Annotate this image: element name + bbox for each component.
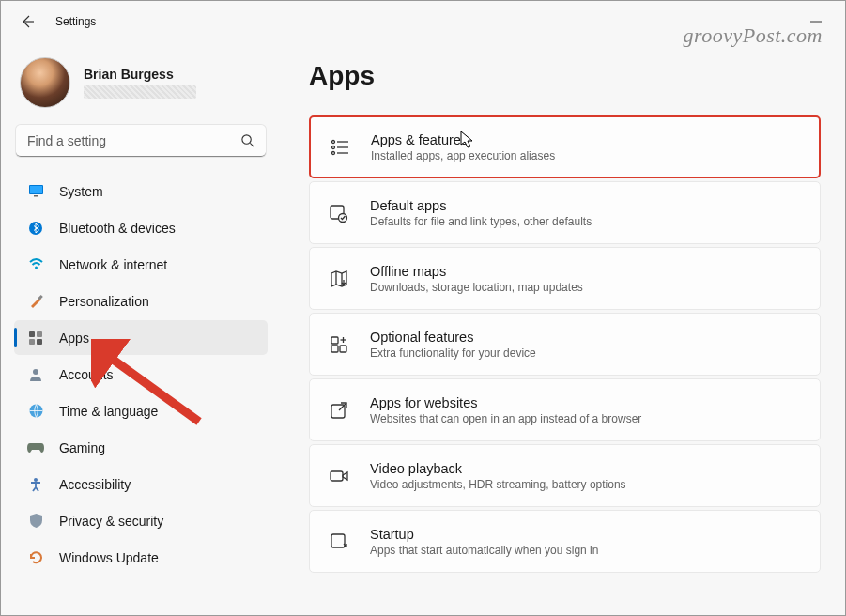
- svg-rect-4: [30, 186, 42, 193]
- sidebar-item-label: Apps: [59, 331, 89, 346]
- svg-rect-5: [34, 195, 38, 197]
- avatar: [20, 57, 70, 108]
- bluetooth-icon: [27, 220, 44, 237]
- svg-rect-12: [37, 339, 42, 345]
- sidebar-item-label: Bluetooth & devices: [59, 221, 176, 236]
- svg-rect-27: [331, 337, 338, 344]
- card-subtitle: Downloads, storage location, map updates: [370, 281, 583, 294]
- sidebar-item-label: Network & internet: [59, 257, 167, 272]
- card-subtitle: Defaults for file and link types, other …: [370, 215, 592, 228]
- profile[interactable]: Brian Burgess: [14, 42, 268, 125]
- sidebar-item-system[interactable]: System: [14, 174, 268, 208]
- card-title: Video playback: [370, 461, 626, 476]
- sidebar-item-bluetooth[interactable]: Bluetooth & devices: [14, 210, 268, 245]
- svg-point-19: [332, 146, 335, 148]
- svg-point-17: [332, 140, 335, 143]
- svg-point-21: [332, 151, 335, 154]
- sidebar-item-update[interactable]: Windows Update: [14, 540, 268, 575]
- svg-point-1: [242, 135, 251, 144]
- update-icon: [27, 549, 44, 566]
- card-title: Startup: [370, 527, 598, 542]
- gamepad-icon: [27, 439, 44, 456]
- back-button[interactable]: [16, 10, 38, 33]
- sidebar: Brian Burgess System Bluetooth & devices…: [1, 42, 277, 615]
- startup-icon: [329, 531, 349, 552]
- default-apps-icon: [329, 203, 349, 223]
- clock-globe-icon: [27, 403, 44, 420]
- svg-rect-35: [331, 534, 345, 547]
- person-icon: [27, 366, 44, 383]
- svg-rect-29: [340, 346, 346, 352]
- card-subtitle: Apps that start automatically when you s…: [370, 544, 598, 557]
- card-title: Offline maps: [370, 264, 583, 279]
- search-icon: [240, 133, 254, 147]
- sidebar-item-apps[interactable]: Apps: [14, 320, 268, 355]
- shield-icon: [27, 513, 44, 530]
- nav: System Bluetooth & devices Network & int…: [14, 174, 268, 575]
- sidebar-item-label: Personalization: [59, 294, 149, 309]
- sidebar-item-label: Privacy & security: [59, 514, 163, 529]
- card-offline-maps[interactable]: Offline maps Downloads, storage location…: [309, 247, 821, 310]
- search-input[interactable]: [16, 125, 266, 157]
- svg-line-2: [250, 143, 254, 146]
- card-title: Default apps: [370, 198, 592, 213]
- sidebar-item-accessibility[interactable]: Accessibility: [14, 467, 268, 501]
- card-title: Apps for websites: [370, 395, 641, 410]
- window-title: Settings: [55, 15, 96, 28]
- video-icon: [329, 466, 349, 486]
- paintbrush-icon: [27, 293, 44, 310]
- svg-rect-10: [37, 331, 42, 337]
- card-subtitle: Installed apps, app execution aliases: [371, 149, 555, 162]
- profile-email-redacted: [84, 85, 196, 99]
- sidebar-item-personalization[interactable]: Personalization: [14, 284, 268, 318]
- sidebar-item-label: Accounts: [59, 367, 114, 382]
- settings-cards: Apps & features Installed apps, app exec…: [309, 116, 821, 573]
- card-title: Apps & features: [371, 132, 555, 147]
- sidebar-item-time[interactable]: Time & language: [14, 393, 268, 428]
- sidebar-item-label: Accessibility: [59, 477, 131, 492]
- list-icon: [330, 137, 350, 158]
- open-external-icon: [329, 400, 349, 421]
- card-title: Optional features: [370, 330, 536, 345]
- card-apps-websites[interactable]: Apps for websites Websites that can open…: [309, 378, 821, 441]
- add-grid-icon: [329, 334, 349, 355]
- card-subtitle: Video adjustments, HDR streaming, batter…: [370, 478, 626, 491]
- monitor-icon: [27, 183, 44, 200]
- card-optional-features[interactable]: Optional features Extra functionality fo…: [309, 313, 821, 376]
- wifi-icon: [27, 256, 44, 273]
- svg-line-33: [339, 403, 346, 410]
- page-title: Apps: [309, 61, 821, 91]
- map-icon: [329, 269, 349, 289]
- sidebar-item-accounts[interactable]: Accounts: [14, 357, 268, 392]
- svg-rect-28: [331, 346, 338, 352]
- svg-point-16: [34, 478, 38, 482]
- accessibility-icon: [27, 476, 44, 493]
- svg-point-7: [35, 267, 38, 270]
- svg-rect-34: [331, 471, 343, 481]
- svg-point-13: [33, 369, 38, 375]
- apps-icon: [27, 330, 44, 346]
- sidebar-item-privacy[interactable]: Privacy & security: [14, 503, 268, 538]
- sidebar-item-label: Windows Update: [59, 550, 159, 565]
- card-video-playback[interactable]: Video playback Video adjustments, HDR st…: [309, 444, 821, 507]
- main-content: Apps Apps & features Installed apps, app…: [277, 42, 845, 615]
- card-subtitle: Websites that can open in an app instead…: [370, 412, 641, 425]
- arrow-left-icon: [20, 14, 35, 29]
- card-apps-features[interactable]: Apps & features Installed apps, app exec…: [309, 116, 821, 178]
- card-startup[interactable]: Startup Apps that start automatically wh…: [309, 510, 821, 573]
- search-container: [16, 125, 266, 157]
- sidebar-item-network[interactable]: Network & internet: [14, 247, 268, 282]
- sidebar-item-gaming[interactable]: Gaming: [14, 430, 268, 465]
- sidebar-item-label: Gaming: [59, 440, 105, 455]
- sidebar-item-label: Time & language: [59, 404, 158, 419]
- profile-name: Brian Burgess: [84, 67, 196, 82]
- svg-rect-11: [29, 339, 35, 345]
- svg-rect-9: [29, 331, 35, 337]
- card-subtitle: Extra functionality for your device: [370, 346, 536, 360]
- card-default-apps[interactable]: Default apps Defaults for file and link …: [309, 181, 821, 244]
- watermark: groovyPost.com: [683, 23, 823, 48]
- sidebar-item-label: System: [59, 184, 103, 199]
